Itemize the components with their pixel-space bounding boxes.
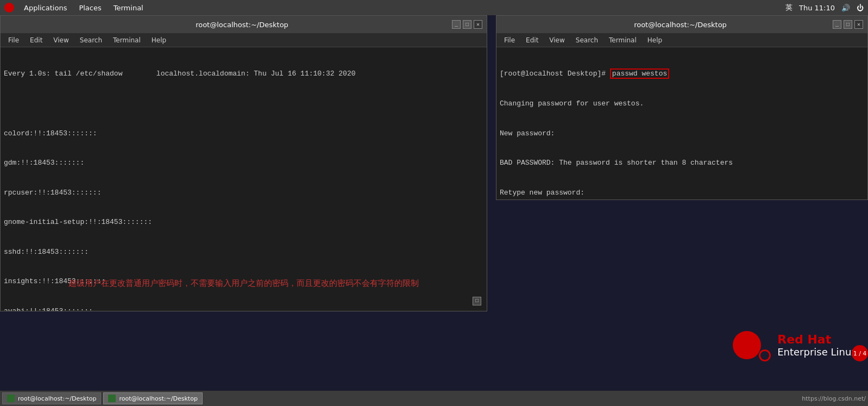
desktop: root@localhost:~/Desktop _ □ ✕ File Edit… [0, 15, 868, 391]
menu-help-left[interactable]: Help [147, 35, 171, 45]
taskbar-item-2[interactable]: root@localhost:~/Desktop [103, 392, 202, 404]
terminal-window-right: root@localhost:~/Desktop _ □ ✕ File Edit… [496, 15, 868, 200]
minimize-button-right[interactable]: _ [833, 20, 841, 29]
power-icon[interactable]: ⏻ [857, 4, 864, 12]
redhat-product: Enterprise Linux [777, 346, 857, 358]
scrollbar-box[interactable]: □ [473, 297, 481, 305]
redhat-text: Red Hat Enterprise Linux [777, 333, 857, 358]
term-line-header: Every 1.0s: tail /etc/shadow localhost.l… [4, 69, 483, 79]
redhat-name: Red Hat [777, 333, 857, 346]
menu-applications[interactable]: Applications [18, 3, 72, 13]
menubar-left: File Edit View Search Terminal Help [1, 33, 487, 47]
menu-view-right[interactable]: View [545, 35, 569, 45]
page-indicator: 1 / 4 [852, 345, 868, 361]
menu-terminal-left[interactable]: Terminal [109, 35, 145, 45]
terminal-body-left[interactable]: Every 1.0s: tail /etc/shadow localhost.l… [1, 47, 487, 311]
redhat-small-circle [759, 349, 771, 361]
close-button-left[interactable]: ✕ [474, 20, 482, 29]
menubar-right: File Edit View Search Terminal Help [496, 33, 867, 47]
maximize-button-right[interactable]: □ [844, 20, 852, 29]
menu-terminal-right[interactable]: Terminal [605, 35, 641, 45]
taskbar: root@localhost:~/Desktop root@localhost:… [0, 391, 868, 406]
term-retype: Retype new password: [500, 188, 864, 198]
taskbar-icon-1 [7, 395, 15, 402]
titlebar-right: root@localhost:~/Desktop _ □ ✕ [496, 16, 867, 33]
titlebar-left: root@localhost:~/Desktop _ □ ✕ [1, 16, 487, 33]
top-bar-left: Applications Places Terminal [4, 3, 149, 13]
term-blank [4, 99, 483, 109]
redhat-logo-icon [4, 3, 14, 13]
term-prompt-passwd: [root@localhost Desktop]# passwd westos [500, 69, 864, 79]
menu-search-right[interactable]: Search [571, 35, 602, 45]
menu-help-right[interactable]: Help [643, 35, 666, 45]
terminal-window-left: root@localhost:~/Desktop _ □ ✕ File Edit… [0, 15, 487, 311]
top-menubar: Applications Places Terminal 英 Thu 11:10… [0, 0, 868, 15]
menu-places[interactable]: Places [73, 3, 106, 13]
term-line-sshd: sshd:!!:18453::::::: [4, 247, 483, 257]
passwd-command-highlight: passwd westos [610, 68, 669, 79]
clock: Thu 11:10 [799, 4, 835, 12]
menu-edit-left[interactable]: Edit [26, 35, 47, 45]
term-bad-password: BAD PASSWORD: The password is shorter th… [500, 158, 864, 168]
terminal-body-right[interactable]: [root@localhost Desktop]# passwd westos … [496, 47, 867, 199]
menu-file-left[interactable]: File [4, 35, 23, 45]
maximize-button-left[interactable]: □ [463, 20, 471, 29]
term-line-colord: colord:!!:18453::::::: [4, 129, 483, 139]
menu-file-right[interactable]: File [500, 35, 519, 45]
redhat-logo-area [733, 329, 771, 361]
taskbar-right-info: https://blog.csdn.net/ [802, 395, 866, 402]
annotation-text: 超级用户在更改普通用户密码时，不需要输入用户之前的密码，而且更改的密码不会有字符… [68, 278, 419, 289]
taskbar-label-1: root@localhost:~/Desktop [18, 395, 96, 402]
page-url: https://blog.csdn.net/ [802, 395, 866, 402]
menu-search-left[interactable]: Search [76, 35, 106, 45]
taskbar-icon-2 [108, 395, 116, 402]
term-line-gnome: gnome-initial-setup:!!:18453::::::: [4, 217, 483, 227]
title-left: root@localhost:~/Desktop [32, 21, 452, 29]
menu-edit-right[interactable]: Edit [521, 35, 543, 45]
window-buttons-left: _ □ ✕ [452, 20, 482, 29]
redhat-hat-icon [733, 331, 761, 359]
top-bar-right: 英 Thu 11:10 🔊 ⏻ [785, 3, 864, 13]
menu-view-left[interactable]: View [49, 35, 73, 45]
term-line-rpcuser: rpcuser:!!:18453::::::: [4, 188, 483, 198]
title-right: root@localhost:~/Desktop [528, 21, 833, 29]
window-buttons-right: _ □ ✕ [833, 20, 863, 29]
term-changing: Changing password for user westos. [500, 99, 864, 109]
volume-icon[interactable]: 🔊 [841, 4, 850, 12]
term-new-password: New password: [500, 129, 864, 139]
close-button-right[interactable]: ✕ [854, 20, 863, 29]
redhat-branding: Red Hat Enterprise Linux [733, 329, 857, 361]
taskbar-label-2: root@localhost:~/Desktop [119, 395, 197, 402]
term-line-avahi: avahi:!!:18453::::::: [4, 307, 483, 311]
menu-terminal[interactable]: Terminal [108, 3, 149, 13]
minimize-button-left[interactable]: _ [452, 20, 461, 29]
language-indicator: 英 [785, 3, 792, 13]
term-line-gdm: gdm:!!:18453::::::: [4, 158, 483, 168]
taskbar-item-1[interactable]: root@localhost:~/Desktop [2, 392, 101, 404]
